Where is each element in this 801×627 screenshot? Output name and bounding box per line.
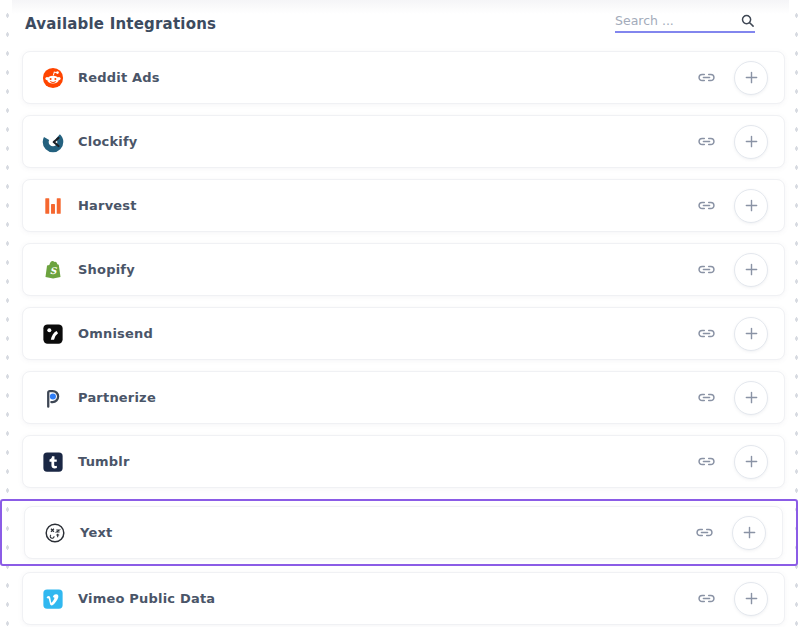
partnerize-icon xyxy=(42,387,64,409)
integration-name: Vimeo Public Data xyxy=(78,591,215,606)
integration-row[interactable]: Yext xyxy=(24,506,783,559)
search-icon[interactable] xyxy=(740,13,755,28)
harvest-icon xyxy=(42,195,64,217)
vimeo-icon xyxy=(42,588,64,610)
available-integrations-panel: Available Integrations Reddit Ads xyxy=(12,0,789,627)
row-actions xyxy=(696,189,768,223)
add-integration-button[interactable] xyxy=(734,317,768,351)
link-icon[interactable] xyxy=(696,387,717,408)
integrations-list: Reddit Ads Clockify xyxy=(12,46,789,625)
link-icon[interactable] xyxy=(696,323,717,344)
link-icon[interactable] xyxy=(696,131,717,152)
plus-icon xyxy=(744,262,759,277)
link-icon[interactable] xyxy=(696,259,717,280)
integration-name: Tumblr xyxy=(78,454,130,469)
add-integration-button[interactable] xyxy=(734,189,768,223)
plus-icon xyxy=(744,326,759,341)
integration-name: Reddit Ads xyxy=(78,70,160,85)
add-integration-button[interactable] xyxy=(734,253,768,287)
add-integration-button[interactable] xyxy=(734,381,768,415)
add-integration-button[interactable] xyxy=(732,516,766,550)
add-integration-button[interactable] xyxy=(734,125,768,159)
integration-name: Partnerize xyxy=(78,390,156,405)
integration-row[interactable]: Harvest xyxy=(22,179,785,232)
integration-name: Clockify xyxy=(78,134,137,149)
row-actions xyxy=(696,582,768,616)
integration-row[interactable]: Reddit Ads xyxy=(22,51,785,104)
selection-highlight: Yext xyxy=(0,499,798,566)
page-title: Available Integrations xyxy=(25,13,216,33)
link-icon[interactable] xyxy=(696,195,717,216)
panel-header: Available Integrations xyxy=(12,0,789,46)
row-actions xyxy=(696,381,768,415)
row-actions xyxy=(696,125,768,159)
yext-icon xyxy=(44,522,66,544)
row-actions xyxy=(694,516,766,550)
shopify-icon: S xyxy=(42,259,64,281)
link-icon[interactable] xyxy=(694,522,715,543)
plus-icon xyxy=(742,525,757,540)
plus-icon xyxy=(744,591,759,606)
add-integration-button[interactable] xyxy=(734,582,768,616)
integration-row[interactable]: Omnisend xyxy=(22,307,785,360)
integration-row[interactable]: Vimeo Public Data xyxy=(22,572,785,625)
integration-name: Shopify xyxy=(78,262,135,277)
search-field[interactable] xyxy=(615,13,755,33)
integration-name: Omnisend xyxy=(78,326,153,341)
tumblr-icon xyxy=(42,451,64,473)
integration-name: Yext xyxy=(80,525,112,540)
search-input[interactable] xyxy=(615,13,734,28)
link-icon[interactable] xyxy=(696,588,717,609)
add-integration-button[interactable] xyxy=(734,445,768,479)
plus-icon xyxy=(744,390,759,405)
plus-icon xyxy=(744,454,759,469)
plus-icon xyxy=(744,70,759,85)
integration-name: Harvest xyxy=(78,198,137,213)
link-icon[interactable] xyxy=(696,67,717,88)
plus-icon xyxy=(744,198,759,213)
link-icon[interactable] xyxy=(696,451,717,472)
add-integration-button[interactable] xyxy=(734,61,768,95)
clockify-icon xyxy=(42,131,64,153)
integration-row[interactable]: Clockify xyxy=(22,115,785,168)
row-actions xyxy=(696,253,768,287)
row-actions xyxy=(696,61,768,95)
omnisend-icon xyxy=(42,323,64,345)
row-actions xyxy=(696,317,768,351)
reddit-icon xyxy=(42,67,64,89)
row-actions xyxy=(696,445,768,479)
integration-row[interactable]: Partnerize xyxy=(22,371,785,424)
integration-row[interactable]: S Shopify xyxy=(22,243,785,296)
integration-row[interactable]: Tumblr xyxy=(22,435,785,488)
plus-icon xyxy=(744,134,759,149)
